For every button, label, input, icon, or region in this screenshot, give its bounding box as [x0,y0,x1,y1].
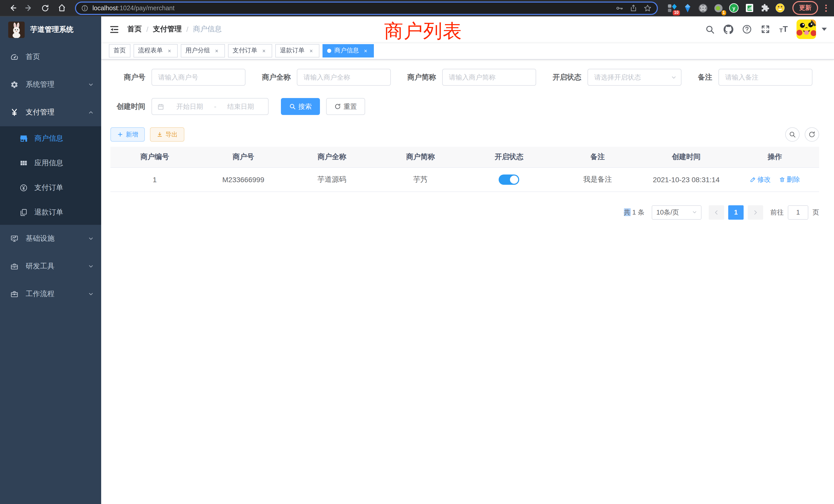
table-toolbar: 新增 导出 [110,127,819,142]
close-icon[interactable]: × [260,47,267,54]
chevron-down-icon [692,209,697,215]
status-switch-on[interactable] [499,174,520,184]
sidebar-collapse-icon[interactable] [108,24,120,35]
edit-link[interactable]: 修改 [750,175,771,184]
breadcrumb-payment[interactable]: 支付管理 [153,25,182,34]
page-size-select[interactable]: 10条/页 [652,205,702,220]
chrome-update-button[interactable]: 更新 [792,1,818,15]
fullscreen-icon[interactable] [761,24,771,34]
merchant-no-input[interactable] [152,69,245,86]
bookmark-star-icon[interactable] [643,4,652,12]
remark-input[interactable] [719,69,812,86]
merchant-no-label: 商户号 [110,73,145,82]
extension-y-icon[interactable]: y [729,3,739,13]
sidebar-item-home[interactable]: 首页 [0,43,101,71]
merchant-table: 商户编号 商户号 商户全称 商户简称 开启状态 备注 创建时间 操作 1 [110,147,819,192]
refresh-icon [334,103,341,110]
browser-home-icon[interactable] [54,1,69,15]
sidebar-item-pay-order[interactable]: 支付订单 [0,176,101,200]
close-icon[interactable]: × [362,47,369,54]
header-search-icon[interactable] [705,24,715,34]
prev-page-button[interactable] [709,205,724,220]
cell-merchant-short: 芋艿 [376,167,465,191]
create-time-range-picker[interactable]: 开始日期 - 结束日期 [152,98,269,115]
github-icon[interactable] [724,24,733,34]
password-key-icon[interactable] [615,4,623,12]
create-time-label: 创建时间 [110,102,145,111]
extension-grid-icon[interactable]: 10 [667,3,677,13]
screen: localhost:1024/pay/merchant 10 1 y [0,0,834,504]
merchant-short-input[interactable] [442,69,536,86]
tab-merchant-info[interactable]: 商户信息× [323,44,374,57]
delete-link[interactable]: 删除 [779,175,800,184]
export-button[interactable]: 导出 [150,127,184,142]
close-icon[interactable]: × [308,47,315,54]
extension-gem-icon[interactable] [682,3,693,13]
sidebar-item-refund-order[interactable]: 退款订单 [0,200,101,225]
close-icon[interactable]: × [166,47,173,54]
chevron-up-icon [88,109,94,115]
search-icon [289,103,296,110]
sidebar-item-workflow[interactable]: 工作流程 [0,280,101,308]
col-actions: 操作 [730,147,819,167]
filter-row-1: 商户号 商户全称 商户简称 开启状态 请选择开启状态 [110,69,819,86]
extension-sheets-icon[interactable] [744,3,754,13]
user-avatar-pikachu[interactable] [796,20,816,39]
col-merchant-name: 商户全称 [288,147,376,167]
breadcrumb-current: 商户信息 [193,25,222,34]
avatar-dropdown-caret[interactable] [822,28,827,31]
tab-user-group[interactable]: 用户分组× [181,44,225,57]
font-size-icon[interactable]: TT [779,25,788,33]
sidebar-item-system[interactable]: 系统管理 [0,71,101,98]
share-icon[interactable] [630,4,637,12]
cell-create-time: 2021-10-23 08:31:14 [642,167,730,191]
sidebar-item-payment[interactable]: 支付管理 [0,98,101,126]
sidebar-item-dev-tools[interactable]: 研发工具 [0,253,101,280]
browser-back-icon[interactable] [5,1,20,15]
merchant-name-input[interactable] [297,69,391,86]
extension-recorder-icon[interactable]: 1 [713,3,724,13]
page-unit-label: 页 [812,208,819,217]
yen-icon [10,108,19,116]
hide-search-button[interactable] [785,127,799,142]
table-header-row: 商户编号 商户号 商户全称 商户简称 开启状态 备注 创建时间 操作 [110,147,819,167]
extensions-puzzle-icon[interactable] [760,3,770,13]
extensions-row: 10 1 y [667,3,785,13]
chrome-menu-icon[interactable] [825,4,827,12]
cell-merchant-id: 1 [110,167,199,191]
filter-row-2: 创建时间 开始日期 - 结束日期 搜索 重置 [110,98,819,115]
sidebar-item-merchant-info[interactable]: 商户信息 [0,126,101,151]
browser-forward-icon[interactable] [22,1,36,15]
tab-process-form[interactable]: 流程表单× [133,44,178,57]
next-page-button[interactable] [748,205,763,220]
address-bar[interactable]: localhost:1024/pay/merchant [75,1,658,15]
extension-badge: 1 [721,10,726,15]
profile-avatar-emoji[interactable] [775,3,785,13]
help-icon[interactable] [742,24,752,34]
close-icon[interactable]: × [213,47,220,54]
tab-pay-order[interactable]: 支付订单× [228,44,272,57]
status-label: 开启状态 [553,73,581,82]
sidebar: 芋道管理系统 首页 系统管理 支付管理 商户信息 [0,17,101,504]
refresh-table-button[interactable] [805,127,819,142]
tab-home[interactable]: 首页 [109,44,130,57]
sidebar-item-infra[interactable]: 基础设施 [0,225,101,253]
site-info-icon[interactable] [81,4,88,12]
breadcrumb-home[interactable]: 首页 [127,25,142,34]
chevron-down-icon [88,291,94,297]
page-number-1[interactable]: 1 [728,205,744,220]
goto-page-input[interactable] [788,205,808,220]
sidebar-item-app-info[interactable]: 应用信息 [0,151,101,176]
status-select[interactable]: 请选择开启状态 [588,69,681,86]
app-logo[interactable]: 芋道管理系统 [0,17,101,43]
add-button[interactable]: 新增 [110,127,145,142]
gear-icon [10,81,19,89]
browser-reload-icon[interactable] [38,1,52,15]
cell-merchant-name: 芋道源码 [288,167,376,191]
tab-refund-order[interactable]: 退款订单× [275,44,320,57]
search-button[interactable]: 搜索 [281,98,320,115]
plus-icon [117,131,123,138]
col-remark: 备注 [553,147,642,167]
extension-command-icon[interactable] [698,3,708,13]
reset-button[interactable]: 重置 [326,98,365,115]
